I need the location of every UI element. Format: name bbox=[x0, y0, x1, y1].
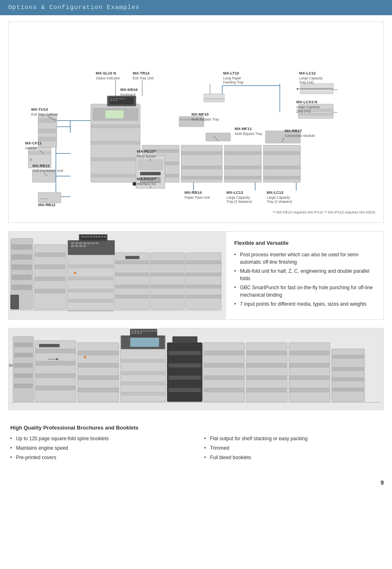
svg-rect-221 bbox=[143, 330, 145, 332]
svg-rect-177 bbox=[186, 273, 221, 276]
svg-rect-239 bbox=[168, 388, 201, 392]
svg-rect-258 bbox=[332, 367, 364, 371]
svg-rect-42 bbox=[181, 166, 222, 169]
feature-item: Multi-fold unit for half, Z, C, engineer… bbox=[234, 267, 375, 283]
left-feature-item: Pre-printed covers bbox=[10, 453, 188, 462]
svg-rect-137 bbox=[12, 265, 32, 270]
svg-rect-135 bbox=[12, 245, 32, 250]
svg-rect-158 bbox=[83, 245, 86, 247]
svg-text:Tray (A4): Tray (A4) bbox=[299, 80, 314, 84]
svg-rect-61 bbox=[38, 118, 57, 123]
svg-rect-150 bbox=[79, 242, 82, 244]
svg-rect-218 bbox=[134, 330, 136, 332]
svg-text:MX-RB15: MX-RB15 bbox=[32, 163, 50, 168]
svg-text:MX-LC13: MX-LC13 bbox=[226, 190, 243, 195]
svg-text:MX-SL10 N: MX-SL10 N bbox=[96, 71, 116, 75]
svg-rect-166 bbox=[115, 273, 149, 276]
svg-rect-136 bbox=[12, 255, 32, 260]
svg-rect-183 bbox=[84, 236, 86, 237]
svg-rect-202 bbox=[36, 361, 75, 365]
svg-rect-154 bbox=[95, 242, 99, 244]
left-feature-item: Up to 120 page square-fold spine booklet… bbox=[10, 434, 188, 444]
svg-rect-219 bbox=[137, 330, 139, 332]
svg-rect-211 bbox=[78, 376, 119, 380]
feature-item: 7 input points for different media, type… bbox=[234, 300, 375, 309]
svg-rect-65 bbox=[28, 151, 51, 155]
svg-rect-173 bbox=[150, 285, 184, 288]
svg-point-163 bbox=[74, 272, 76, 274]
svg-rect-225 bbox=[154, 330, 157, 332]
config-image-1 bbox=[9, 232, 226, 319]
svg-text:Feeding Tray: Feeding Tray bbox=[223, 80, 244, 84]
svg-rect-41 bbox=[181, 151, 222, 155]
svg-rect-234 bbox=[130, 338, 159, 347]
svg-rect-190 bbox=[104, 236, 106, 237]
svg-text:MX-MF11: MX-MF11 bbox=[235, 126, 252, 131]
svg-text:MX-MF10: MX-MF10 bbox=[191, 112, 209, 116]
svg-point-99 bbox=[297, 88, 298, 90]
svg-rect-56 bbox=[300, 88, 333, 90]
right-feature-list: Flat output for shelf stacking or easy p… bbox=[204, 434, 382, 463]
svg-rect-167 bbox=[115, 285, 149, 288]
svg-rect-43 bbox=[181, 176, 222, 179]
svg-rect-209 bbox=[78, 351, 119, 355]
config-title-1: Flexible and Versatile bbox=[234, 240, 375, 246]
svg-rect-160 bbox=[68, 277, 114, 280]
svg-rect-49 bbox=[263, 151, 300, 155]
svg-rect-181 bbox=[80, 235, 106, 240]
svg-text:Paper Pass Unit: Paper Pass Unit bbox=[184, 195, 210, 200]
bottom-columns: Up to 120 page square-fold spine booklet… bbox=[10, 434, 382, 463]
svg-rect-143 bbox=[35, 265, 65, 269]
config-section-1: Flexible and Versatile Post process inse… bbox=[8, 231, 384, 320]
svg-rect-248 bbox=[247, 363, 286, 367]
svg-point-70 bbox=[43, 198, 44, 200]
svg-rect-178 bbox=[186, 285, 221, 288]
diagram-footnote: *¹ MX-PE10 requires MX-PX10 *² MX-PX10 r… bbox=[17, 210, 375, 214]
svg-rect-27 bbox=[115, 100, 117, 101]
svg-rect-32 bbox=[105, 110, 124, 118]
config-features-1: Flexible and Versatile Post process inse… bbox=[226, 232, 383, 319]
svg-rect-188 bbox=[98, 236, 100, 237]
svg-text:MX-KB16: MX-KB16 bbox=[120, 87, 138, 92]
config-feature-list-1: Post process inserter which can also be … bbox=[234, 250, 375, 309]
svg-rect-224 bbox=[152, 330, 154, 332]
svg-rect-179 bbox=[186, 295, 221, 298]
svg-rect-51 bbox=[263, 176, 300, 179]
svg-point-71 bbox=[46, 198, 47, 200]
svg-text:MX-LT10: MX-LT10 bbox=[223, 71, 239, 75]
svg-rect-144 bbox=[35, 277, 65, 281]
svg-rect-253 bbox=[290, 363, 329, 367]
svg-rect-165 bbox=[115, 261, 149, 264]
svg-text:MX-TR14: MX-TR14 bbox=[133, 71, 150, 75]
svg-text:MX-LC12: MX-LC12 bbox=[299, 71, 316, 75]
svg-text:Tray (2 drawers): Tray (2 drawers) bbox=[226, 200, 252, 204]
svg-text:Interface Kit: Interface Kit bbox=[137, 182, 156, 186]
svg-rect-231 bbox=[121, 372, 166, 375]
svg-text:Fiery Server: Fiery Server bbox=[137, 154, 156, 158]
svg-rect-222 bbox=[146, 330, 148, 332]
svg-rect-185 bbox=[90, 236, 92, 237]
svg-rect-244 bbox=[204, 376, 244, 380]
bottom-col-right: Flat output for shelf stacking or easy p… bbox=[204, 434, 382, 463]
svg-rect-73 bbox=[138, 160, 163, 170]
svg-rect-259 bbox=[332, 378, 364, 381]
svg-rect-228 bbox=[137, 332, 139, 334]
svg-rect-24 bbox=[123, 98, 125, 99]
svg-rect-46 bbox=[224, 166, 261, 169]
svg-rect-151 bbox=[83, 242, 86, 244]
svg-rect-19 bbox=[111, 98, 112, 99]
bottom-title: High Quality Professional Brochures and … bbox=[10, 425, 382, 431]
svg-rect-74 bbox=[140, 172, 161, 175]
svg-text:MX-LCX3 N: MX-LCX3 N bbox=[296, 100, 317, 104]
svg-text:Inserter: Inserter bbox=[25, 146, 37, 150]
svg-text:MX-RB17: MX-RB17 bbox=[285, 128, 302, 133]
svg-rect-252 bbox=[290, 351, 329, 355]
svg-rect-169 bbox=[125, 256, 139, 259]
svg-rect-245 bbox=[204, 388, 244, 392]
svg-text:Exit Tray Unit: Exit Tray Unit bbox=[133, 76, 154, 80]
svg-rect-184 bbox=[87, 236, 89, 237]
svg-text:MX-RB14: MX-RB14 bbox=[184, 190, 202, 195]
machine-illustration-1 bbox=[9, 232, 226, 318]
right-feature-item: Trimmed bbox=[204, 444, 382, 453]
svg-rect-155 bbox=[71, 245, 74, 247]
